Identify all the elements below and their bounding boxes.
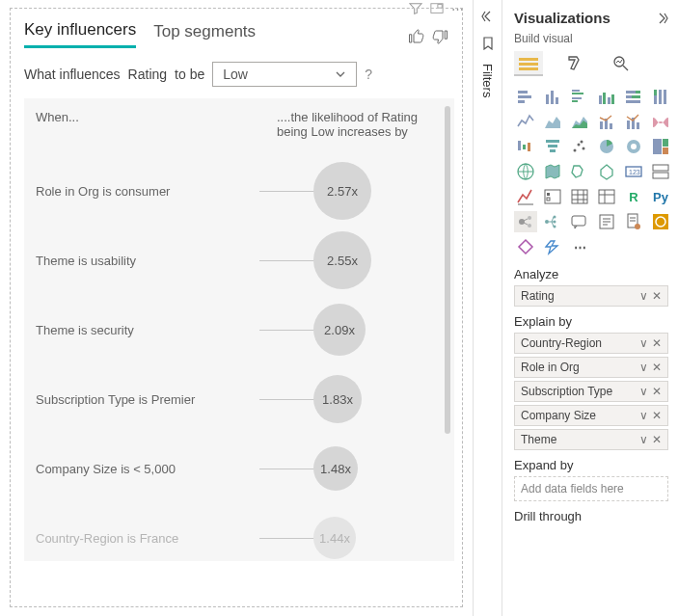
donut-icon[interactable]	[622, 136, 645, 157]
hundred-column-icon[interactable]	[649, 86, 672, 107]
combo-line-stacked-icon[interactable]	[622, 111, 645, 132]
more-visuals-icon[interactable]: ⋯	[568, 236, 591, 257]
explain-field[interactable]: Subscription Type∨✕	[514, 381, 668, 402]
svg-rect-21	[636, 91, 640, 94]
automate-icon[interactable]	[541, 236, 564, 257]
funnel-icon[interactable]	[541, 136, 564, 157]
svg-rect-4	[519, 67, 538, 70]
treemap-icon[interactable]	[649, 136, 672, 157]
influencer-row[interactable]: Theme is security2.09x	[36, 295, 448, 364]
influencer-bubble: 1.44x	[313, 517, 356, 559]
svg-rect-12	[572, 90, 580, 92]
chevron-down-icon	[335, 68, 346, 80]
remove-icon[interactable]: ✕	[652, 361, 662, 374]
influencer-bubble: 2.57x	[313, 162, 371, 220]
shape-map-icon[interactable]	[568, 161, 591, 182]
narrative-icon[interactable]	[595, 211, 618, 232]
filters-pane-label[interactable]: Filters	[480, 64, 495, 97]
arcgis-icon[interactable]	[649, 211, 672, 232]
thumbs-up-icon[interactable]	[408, 28, 425, 45]
svg-rect-55	[653, 173, 668, 178]
explain-field[interactable]: Company Size∨✕	[514, 405, 668, 426]
remove-icon[interactable]: ✕	[652, 385, 662, 398]
stacked-area-icon[interactable]	[568, 111, 591, 132]
multi-card-icon[interactable]	[649, 161, 672, 182]
help-icon[interactable]: ?	[365, 67, 372, 82]
svg-rect-37	[528, 143, 530, 151]
format-mode-icon[interactable]	[560, 51, 589, 76]
key-influencers-icon[interactable]	[514, 211, 537, 232]
svg-point-47	[631, 144, 637, 149]
slicer-icon[interactable]	[541, 186, 564, 207]
remove-icon[interactable]: ✕	[652, 336, 662, 350]
py-visual-icon[interactable]: Py	[649, 186, 672, 207]
explain-field[interactable]: Country-Region∨✕	[514, 333, 668, 354]
bookmark-icon[interactable]	[481, 37, 495, 50]
remove-icon[interactable]: ✕	[652, 433, 662, 446]
expand-placeholder[interactable]: Add data fields here	[514, 476, 668, 501]
clustered-bar-icon[interactable]	[568, 86, 591, 107]
analyze-field[interactable]: Rating ∨✕	[514, 285, 668, 307]
question-row: What influences Rating to be Low ?	[24, 62, 454, 87]
hundred-bar-icon[interactable]	[622, 86, 645, 107]
qa-visual-icon[interactable]	[568, 211, 591, 232]
influencer-row[interactable]: Role in Org is consumer2.57x	[36, 156, 448, 226]
kpi-icon[interactable]	[514, 186, 537, 207]
expand-right-icon[interactable]	[655, 12, 668, 25]
clustered-column-icon[interactable]	[595, 86, 618, 107]
thumbs-down-icon[interactable]	[431, 28, 448, 45]
influencer-row[interactable]: Subscription Type is Premier1.83x	[36, 364, 448, 434]
stacked-bar-icon[interactable]	[514, 86, 537, 107]
chevron-down-icon[interactable]: ∨	[639, 361, 648, 374]
azure-map-icon[interactable]	[595, 161, 618, 182]
combo-line-bar-icon[interactable]	[595, 111, 618, 132]
line-chart-icon[interactable]	[514, 111, 537, 132]
chevron-down-icon[interactable]: ∨	[639, 336, 648, 350]
remove-icon[interactable]: ✕	[652, 409, 662, 422]
value-dropdown[interactable]: Low	[212, 62, 357, 87]
powerapps-icon[interactable]	[514, 236, 537, 257]
svg-rect-49	[663, 139, 668, 147]
chevron-down-icon[interactable]: ∨	[639, 409, 648, 422]
explain-field[interactable]: Theme∨✕	[514, 429, 668, 450]
stacked-column-icon[interactable]	[541, 86, 564, 107]
chevron-down-icon[interactable]: ∨	[639, 385, 648, 398]
tab-top-segments[interactable]: Top segments	[153, 22, 256, 47]
collapse-left-icon[interactable]	[481, 10, 495, 23]
table-icon[interactable]	[568, 186, 591, 207]
expand-label: Expand by	[514, 458, 668, 472]
influencer-row[interactable]: Theme is usability2.55x	[36, 226, 448, 295]
filled-map-icon[interactable]	[541, 161, 564, 182]
decomposition-icon[interactable]	[541, 211, 564, 232]
influencer-label: Subscription Type is Premier	[36, 392, 259, 407]
card-icon[interactable]: 123	[622, 161, 645, 182]
influencer-bubble: 2.55x	[313, 231, 371, 289]
pie-icon[interactable]	[595, 136, 618, 157]
chevron-down-icon[interactable]: ∨	[639, 433, 648, 446]
explain-label: Explain by	[514, 314, 668, 329]
tab-key-influencers[interactable]: Key influencers	[24, 20, 136, 48]
influencer-row[interactable]: Company Size is < 5,0001.48x	[36, 434, 448, 503]
waterfall-icon[interactable]	[514, 136, 537, 157]
r-visual-icon[interactable]: R	[622, 186, 645, 207]
column-then: ....the likelihood of Rating being Low i…	[277, 110, 431, 139]
scatter-icon[interactable]	[568, 136, 591, 157]
svg-rect-68	[572, 216, 585, 226]
influencer-label: Country-Region is France	[36, 531, 259, 546]
analytics-mode-icon[interactable]	[607, 51, 636, 76]
svg-rect-16	[599, 95, 602, 104]
svg-rect-6	[518, 91, 528, 94]
map-icon[interactable]	[514, 161, 537, 182]
paginated-icon[interactable]	[622, 211, 645, 232]
remove-icon[interactable]: ✕	[652, 289, 662, 303]
svg-rect-11	[556, 97, 558, 104]
influencer-row[interactable]: Country-Region is France1.44x	[36, 503, 448, 561]
area-chart-icon[interactable]	[541, 111, 564, 132]
matrix-icon[interactable]	[595, 186, 618, 207]
ribbon-chart-icon[interactable]	[649, 111, 672, 132]
explain-field[interactable]: Role in Org∨✕	[514, 357, 668, 378]
chevron-down-icon[interactable]: ∨	[639, 289, 648, 303]
svg-point-43	[583, 147, 585, 150]
fields-mode-icon[interactable]	[514, 51, 543, 76]
chart-scrollbar[interactable]	[445, 106, 450, 434]
